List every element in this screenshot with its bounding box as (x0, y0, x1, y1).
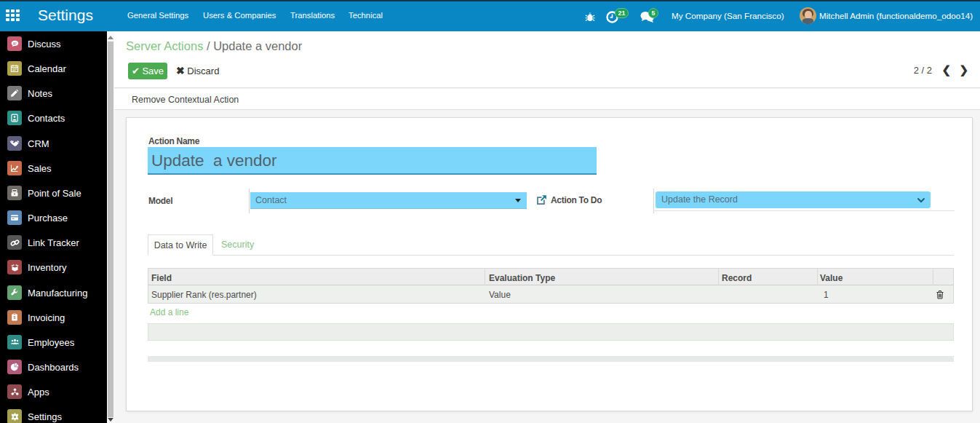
svg-text:$: $ (14, 315, 16, 320)
